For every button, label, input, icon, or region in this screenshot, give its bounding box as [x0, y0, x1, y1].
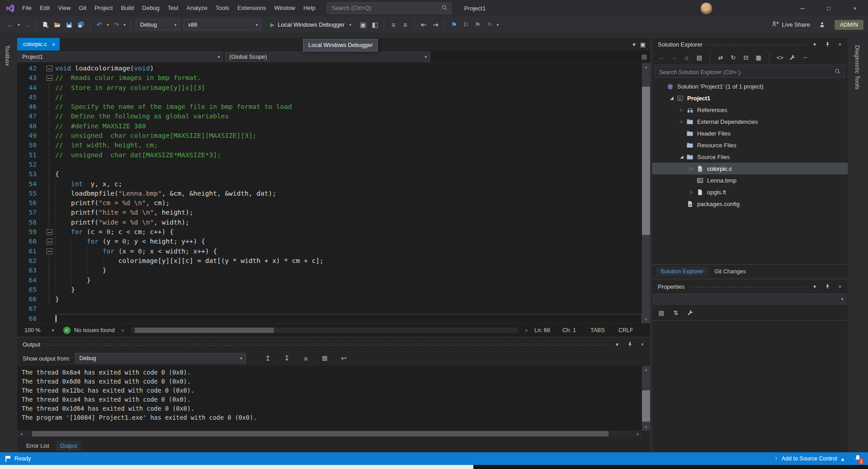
pin-icon[interactable] [823, 282, 831, 291]
line-number[interactable]: 45 [17, 93, 43, 102]
code-line[interactable]: 64} [17, 276, 642, 285]
document-health-indicator[interactable]: ✓ No issues found [63, 327, 115, 334]
feedback-icon[interactable] [816, 19, 828, 31]
line-number[interactable]: 52 [17, 160, 43, 169]
tree-item-packages-config[interactable]: packages.config [652, 198, 848, 210]
code-line[interactable]: 66} [17, 295, 642, 304]
close-icon[interactable]: × [836, 282, 844, 291]
code-line[interactable]: 43// Reads color images in bmp format. [17, 73, 642, 83]
message-list-icon[interactable]: ≡ [300, 352, 312, 364]
categorized-icon[interactable]: ▤ [656, 308, 667, 319]
line-number[interactable]: 61 [17, 247, 43, 256]
previous-message-icon[interactable]: ↥ [262, 352, 274, 364]
performance-profiler-icon[interactable]: ◧ [369, 19, 381, 31]
code-line[interactable]: 55loadbmpfile("Lenna.bmp", &cm, &height,… [17, 189, 642, 198]
line-number[interactable]: 68 [17, 314, 43, 323]
editor-horizontal-scrollbar[interactable] [131, 328, 518, 333]
line-number[interactable]: 47 [17, 112, 43, 121]
fold-collapse-icon[interactable] [47, 75, 52, 81]
navigate-back-icon[interactable]: ← [5, 19, 16, 31]
line-number[interactable]: 60 [17, 237, 43, 246]
scroll-right-icon[interactable]: ▸ [523, 328, 531, 333]
code-line[interactable]: 60for (y = 0; y < height; y++) { [17, 237, 642, 246]
show-all-files-icon[interactable]: ▦ [753, 52, 764, 63]
tree-item-project1[interactable]: ◢CProject1 [652, 92, 848, 104]
view-code-icon[interactable]: <> [774, 52, 785, 63]
window-position-icon[interactable]: ▾ [811, 40, 819, 48]
line-number[interactable]: 62 [17, 256, 43, 266]
collapse-pane-icon[interactable]: − [800, 52, 811, 63]
code-line[interactable]: 54int y, x, c; [17, 179, 642, 189]
tab-git-changes[interactable]: Git Changes [710, 267, 750, 277]
menu-build[interactable]: Build [117, 0, 138, 16]
close-icon[interactable]: × [638, 340, 646, 348]
scrollbar-thumb[interactable] [642, 390, 650, 422]
add-to-source-control-button[interactable]: Add to Source Control [782, 455, 837, 462]
line-number[interactable]: 43 [17, 73, 43, 83]
pending-changes-filter-icon[interactable]: ⇄ [715, 52, 726, 63]
line-number[interactable]: 64 [17, 276, 43, 285]
code-line[interactable]: 65} [17, 285, 642, 295]
navigate-back-caret-icon[interactable]: ▾ [16, 19, 21, 31]
tree-item-solution-project1-1-of-1-project[interactable]: Solution 'Project1' (1 of 1 project) [652, 80, 848, 92]
window-position-icon[interactable]: ▾ [613, 340, 621, 348]
tree-item-opgls-ft[interactable]: ▷opgls.ft [652, 186, 848, 198]
nav-scope-dropdown[interactable]: (Global Scope) ▾ [225, 52, 430, 62]
solution-platforms-dropdown[interactable]: x86 ▾ [184, 19, 261, 30]
code-line[interactable]: 51// unsigned char dat[MAXSIZE*MAXSIZE*3… [17, 150, 642, 160]
line-number[interactable]: 46 [17, 102, 43, 112]
live-share-button[interactable]: Live Share [772, 20, 810, 29]
active-files-dropdown-icon[interactable]: ▾ [632, 41, 636, 48]
properties-object-dropdown[interactable]: ▾ [653, 294, 847, 305]
menu-analyze[interactable]: Analyze [182, 0, 211, 16]
line-number[interactable]: 56 [17, 198, 43, 208]
tree-item-colorpic-c[interactable]: ▷Ccolorpic.c [652, 163, 848, 174]
undo-icon[interactable]: ↶ [94, 19, 105, 31]
close-icon[interactable]: × [52, 41, 56, 48]
tab-error-list[interactable]: Error List [22, 441, 54, 451]
increase-indent-icon[interactable]: ⇥ [429, 19, 441, 31]
tab-colorpic[interactable]: colorpic.c × [17, 38, 60, 51]
chevron-collapsed-icon[interactable]: ▷ [678, 108, 686, 112]
quick-search-input[interactable] [332, 5, 441, 11]
redo-caret-icon[interactable]: ▾ [122, 19, 127, 31]
menu-window[interactable]: Window [270, 0, 299, 16]
forward-icon[interactable]: → [669, 52, 679, 63]
scroll-right-icon[interactable]: ▸ [634, 431, 642, 436]
uncomment-lines-icon[interactable]: ≡ [399, 19, 411, 31]
menu-view[interactable]: View [54, 0, 75, 16]
line-number[interactable]: 63 [17, 266, 43, 275]
line-number[interactable]: 67 [17, 304, 43, 314]
menu-file[interactable]: File [18, 0, 36, 16]
scroll-down-icon[interactable]: ▾ [642, 423, 650, 431]
menu-help[interactable]: Help [299, 0, 320, 16]
scroll-up-icon[interactable]: ▴ [642, 366, 650, 373]
tab-toolbox[interactable]: Toolbox [4, 38, 10, 66]
line-number[interactable]: 57 [17, 208, 43, 217]
code-line[interactable]: 42void loadcolorimage(void) [17, 64, 642, 73]
line-number[interactable]: 59 [17, 227, 43, 237]
output-source-dropdown[interactable]: Debug ▾ [75, 353, 246, 364]
open-folder-icon[interactable] [52, 19, 63, 31]
code-line[interactable]: 50// int width, height, cm; [17, 141, 642, 150]
chevron-expanded-icon[interactable]: ◢ [678, 155, 686, 159]
fold-collapse-icon[interactable] [47, 66, 52, 71]
line-number[interactable]: 48 [17, 122, 43, 131]
scroll-left-icon[interactable]: ◂ [118, 328, 127, 333]
output-header[interactable]: Output ▾ × [17, 338, 650, 351]
window-position-icon[interactable]: ▾ [811, 282, 819, 291]
close-icon[interactable]: × [836, 40, 844, 48]
code-line[interactable]: 48// #define MAXSIZE 380 [17, 122, 642, 131]
scroll-up-icon[interactable]: ▴ [642, 63, 650, 70]
notifications-button[interactable]: 2 [853, 454, 863, 463]
word-wrap-icon[interactable]: ↩ [338, 352, 350, 364]
line-number[interactable]: 55 [17, 189, 43, 198]
collapse-all-icon[interactable]: ⊟ [741, 52, 751, 63]
chevron-collapsed-icon[interactable]: ▷ [688, 190, 696, 194]
new-item-icon[interactable] [40, 19, 52, 31]
save-icon[interactable] [63, 19, 75, 31]
code-line[interactable]: 44// Store in array colorimage[y][x][3] [17, 83, 642, 93]
clear-all-icon[interactable]: ⊠ [319, 352, 331, 364]
minimize-button[interactable]: ─ [789, 0, 816, 16]
line-number[interactable]: 65 [17, 285, 43, 295]
